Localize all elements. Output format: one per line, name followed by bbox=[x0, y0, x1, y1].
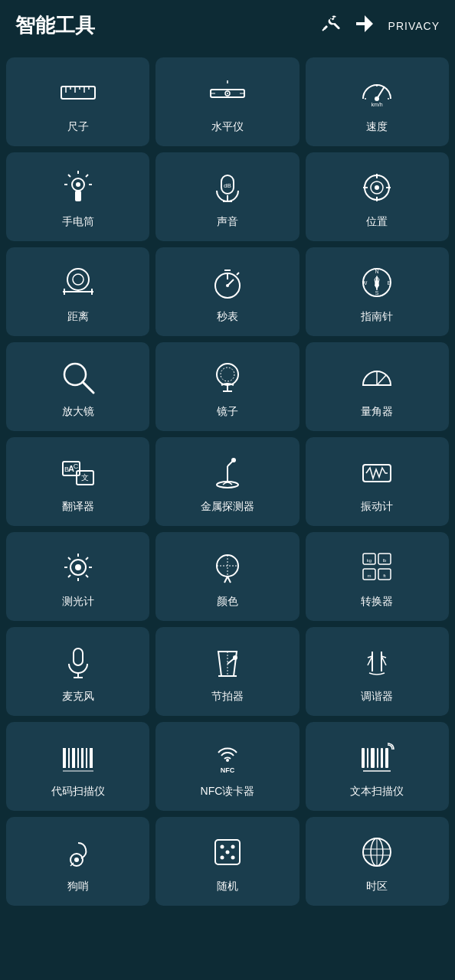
svg-text:km/h: km/h bbox=[372, 102, 383, 107]
tool-protractor[interactable]: 量角器 bbox=[306, 342, 449, 431]
tool-level[interactable]: 水平仪 bbox=[155, 57, 299, 146]
svg-text:m: m bbox=[368, 573, 372, 578]
tool-metal-detector[interactable]: 金属探测器 bbox=[155, 437, 299, 526]
svg-text:文: 文 bbox=[81, 473, 89, 482]
tool-ruler[interactable]: 尺子 bbox=[6, 57, 149, 146]
svg-rect-129 bbox=[385, 748, 388, 768]
tool-speed[interactable]: km/h 速度 bbox=[306, 57, 449, 146]
tool-timezone[interactable]: 时区 bbox=[306, 817, 449, 906]
svg-point-40 bbox=[67, 269, 89, 290]
svg-rect-124 bbox=[362, 748, 365, 768]
tool-converter[interactable]: kg lb m ft 转换器 bbox=[306, 532, 449, 621]
tool-protractor-label: 量角器 bbox=[361, 405, 393, 419]
svg-line-91 bbox=[224, 577, 228, 583]
svg-text:dB: dB bbox=[224, 182, 231, 189]
svg-rect-118 bbox=[81, 748, 83, 768]
svg-rect-28 bbox=[75, 191, 81, 201]
wrench-icon[interactable] bbox=[321, 14, 341, 38]
tool-color-label: 颜色 bbox=[217, 595, 238, 609]
tool-nfc-label: NFC读卡器 bbox=[201, 785, 255, 799]
svg-rect-126 bbox=[371, 748, 375, 768]
svg-text:E: E bbox=[388, 280, 391, 286]
svg-rect-125 bbox=[367, 748, 368, 768]
svg-rect-128 bbox=[381, 748, 383, 768]
tool-random[interactable]: 随机 bbox=[155, 817, 299, 906]
svg-rect-120 bbox=[90, 748, 93, 768]
app-header: 智能工具 PRIVACY bbox=[0, 0, 455, 51]
tool-text-scanner[interactable]: 文本扫描仪 bbox=[306, 722, 449, 811]
tool-mirror[interactable]: 镜子 bbox=[155, 342, 299, 431]
tool-stopwatch[interactable]: 秒表 bbox=[155, 247, 299, 336]
svg-point-138 bbox=[220, 856, 224, 860]
svg-point-61 bbox=[221, 368, 234, 381]
tool-magnifier[interactable]: 放大镜 bbox=[6, 342, 149, 431]
svg-line-50 bbox=[237, 273, 239, 275]
svg-rect-127 bbox=[377, 748, 378, 768]
svg-rect-114 bbox=[63, 748, 66, 768]
svg-point-76 bbox=[231, 458, 236, 462]
svg-point-137 bbox=[225, 851, 229, 854]
tool-compass[interactable]: N S W E 指南针 bbox=[306, 247, 449, 336]
svg-text:N: N bbox=[375, 269, 379, 274]
svg-line-86 bbox=[86, 557, 88, 560]
tool-nfc[interactable]: NFC NFC读卡器 bbox=[155, 722, 299, 811]
svg-point-48 bbox=[226, 284, 229, 287]
svg-text:C: C bbox=[73, 462, 78, 470]
tool-metronome[interactable]: 节拍器 bbox=[155, 627, 299, 716]
navigation-icon[interactable] bbox=[355, 14, 375, 38]
tool-microphone[interactable]: 麦克风 bbox=[6, 627, 149, 716]
tool-dog-whistle[interactable]: 狗哨 bbox=[6, 817, 149, 906]
svg-point-139 bbox=[231, 856, 234, 860]
svg-line-85 bbox=[86, 575, 88, 577]
svg-rect-116 bbox=[72, 748, 75, 768]
tools-grid: 尺子 水平仪 km/h 速度 bbox=[0, 51, 455, 912]
svg-point-122 bbox=[226, 759, 229, 762]
tool-text-scanner-label: 文本扫描仪 bbox=[350, 785, 404, 799]
svg-text:ft: ft bbox=[384, 573, 387, 578]
tool-timezone-label: 时区 bbox=[366, 880, 388, 893]
svg-point-35 bbox=[375, 185, 379, 190]
svg-text:B: B bbox=[64, 466, 69, 473]
svg-rect-101 bbox=[74, 648, 83, 665]
svg-point-16 bbox=[375, 96, 379, 101]
privacy-label[interactable]: PRIVACY bbox=[388, 20, 440, 32]
tool-dog-whistle-label: 狗哨 bbox=[67, 880, 89, 893]
svg-text:NFC: NFC bbox=[221, 766, 235, 774]
tool-mirror-label: 镜子 bbox=[217, 405, 238, 419]
tool-sound[interactable]: dB 声音 bbox=[155, 152, 299, 241]
svg-rect-115 bbox=[68, 748, 70, 768]
tool-light-meter[interactable]: 测光计 bbox=[6, 532, 149, 621]
tool-random-label: 随机 bbox=[217, 880, 238, 893]
tool-flashlight[interactable]: 手电筒 bbox=[6, 152, 149, 241]
svg-line-66 bbox=[377, 375, 386, 385]
tool-light-meter-label: 测光计 bbox=[62, 595, 94, 609]
svg-line-26 bbox=[68, 175, 70, 177]
tool-location-label: 位置 bbox=[366, 215, 388, 229]
tool-location[interactable]: 位置 bbox=[306, 152, 449, 241]
tool-converter-label: 转换器 bbox=[361, 595, 393, 609]
tool-tuner[interactable]: 调谐器 bbox=[306, 627, 449, 716]
tool-sound-label: 声音 bbox=[217, 215, 238, 229]
tool-barcode-label: 代码扫描仪 bbox=[51, 785, 105, 799]
svg-line-87 bbox=[68, 575, 70, 577]
tool-tuner-label: 调谐器 bbox=[361, 690, 393, 704]
tool-barcode[interactable]: 代码扫描仪 bbox=[6, 722, 149, 811]
svg-point-106 bbox=[233, 655, 237, 660]
tool-ruler-label: 尺子 bbox=[67, 120, 89, 134]
tool-speed-label: 速度 bbox=[366, 120, 388, 134]
svg-point-22 bbox=[76, 182, 80, 187]
tool-distance[interactable]: 距离 bbox=[6, 247, 149, 336]
svg-point-135 bbox=[220, 845, 224, 849]
tool-color[interactable]: 颜色 bbox=[155, 532, 299, 621]
svg-text:W: W bbox=[362, 280, 368, 286]
tool-vibrometer[interactable]: 振动计 bbox=[306, 437, 449, 526]
svg-text:kg: kg bbox=[367, 558, 372, 563]
svg-point-79 bbox=[75, 564, 81, 570]
tool-translator[interactable]: A B C 文 翻译器 bbox=[6, 437, 149, 526]
tool-magnifier-label: 放大镜 bbox=[62, 405, 94, 419]
svg-point-41 bbox=[73, 274, 83, 285]
svg-point-11 bbox=[227, 93, 228, 94]
svg-line-59 bbox=[83, 382, 93, 393]
tool-translator-label: 翻译器 bbox=[62, 500, 94, 514]
svg-text:S: S bbox=[375, 290, 379, 296]
